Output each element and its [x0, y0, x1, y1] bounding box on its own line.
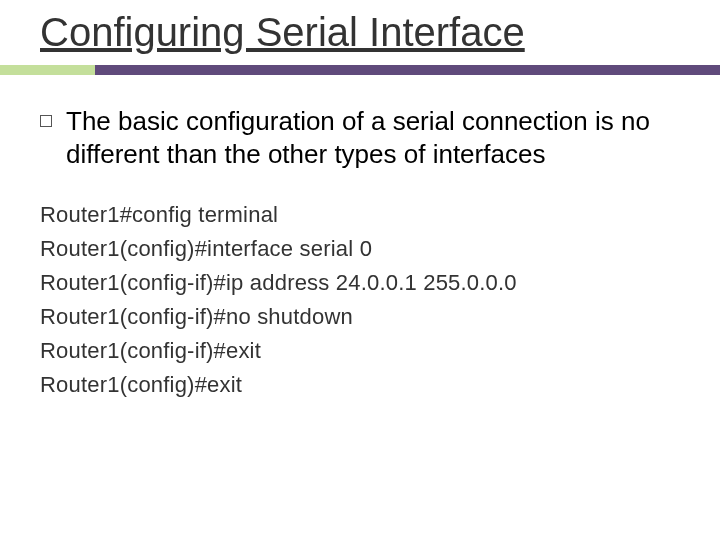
terminal-line: Router1(config-if)#no shutdown: [40, 300, 680, 334]
accent-purple-segment: [95, 65, 720, 75]
accent-green-segment: [0, 65, 95, 75]
terminal-line: Router1#config terminal: [40, 198, 680, 232]
square-bullet-icon: [40, 115, 52, 127]
terminal-line: Router1(config)#exit: [40, 368, 680, 402]
accent-bar: [0, 65, 720, 75]
slide: Configuring Serial Interface The basic c…: [0, 0, 720, 540]
terminal-line: Router1(config)#interface serial 0: [40, 232, 680, 266]
title-container: Configuring Serial Interface: [0, 10, 720, 59]
terminal-block: Router1#config terminal Router1(config)#…: [40, 198, 680, 403]
body-content: The basic configuration of a serial conn…: [0, 75, 720, 403]
terminal-line: Router1(config-if)#exit: [40, 334, 680, 368]
bullet-item: The basic configuration of a serial conn…: [40, 105, 680, 170]
bullet-text: The basic configuration of a serial conn…: [66, 105, 680, 170]
slide-title: Configuring Serial Interface: [40, 10, 680, 55]
terminal-line: Router1(config-if)#ip address 24.0.0.1 2…: [40, 266, 680, 300]
